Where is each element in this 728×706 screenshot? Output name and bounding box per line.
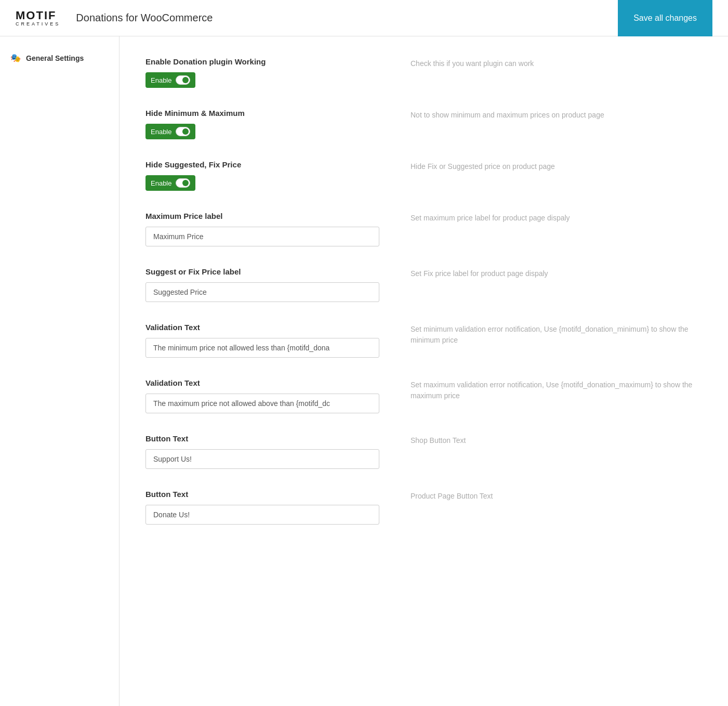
settings-row-button-product: Button Text Product Page Button Text [145,490,702,525]
save-all-changes-button[interactable]: Save all changes [618,0,712,36]
settings-row-enable-donation: Enable Donation plugin Working Enable Ch… [145,57,702,88]
settings-left: Validation Text [145,378,379,413]
main-content: Enable Donation plugin Working Enable Ch… [120,36,728,706]
toggle-switch-enable-donation [176,75,190,85]
field-label-validation-max: Validation Text [145,378,379,387]
settings-desc-enable-donation: Check this if you want plugin can work [379,57,702,69]
settings-desc-suggest-fix: Set Fix price label for product page dis… [379,267,702,279]
toggle-label-enable-donation: Enable [151,76,171,84]
field-label-button-shop: Button Text [145,434,379,443]
settings-row-suggest-fix-label: Suggest or Fix Price label Set Fix price… [145,267,702,302]
sidebar: 🎭 General Settings [0,36,120,706]
field-label-suggest-fix: Suggest or Fix Price label [145,267,379,276]
field-label-max-price: Maximum Price label [145,212,379,220]
logo: MOTIF CREATIVES [16,10,60,27]
toggle-label-hide-min-max: Enable [151,128,171,136]
settings-left: Enable Donation plugin Working Enable [145,57,379,88]
settings-left: Button Text [145,490,379,525]
toggle-enable-donation[interactable]: Enable [145,72,195,88]
settings-desc-hide-suggested: Hide Fix or Suggested price on product p… [379,160,702,172]
toggle-label-hide-suggested: Enable [151,179,171,187]
page-title: Donations for WooCommerce [60,12,618,24]
settings-row-button-shop: Button Text Shop Button Text [145,434,702,469]
suggest-fix-label-input[interactable] [145,282,379,302]
settings-row-hide-min-max: Hide Minimum & Maximum Enable Not to sho… [145,109,702,139]
logo-sub: CREATIVES [16,21,60,27]
header: MOTIF CREATIVES Donations for WooCommerc… [0,0,728,36]
settings-desc-hide-min-max: Not to show minimum and maximum prices o… [379,109,702,121]
settings-row-validation-max: Validation Text Set maximum validation e… [145,378,702,413]
settings-row-validation-min: Validation Text Set minimum validation e… [145,323,702,358]
settings-left: Validation Text [145,323,379,358]
settings-desc-validation-min: Set minimum validation error notificatio… [379,323,702,346]
settings-row-max-price-label: Maximum Price label Set maximum price la… [145,212,702,246]
sidebar-item-label: General Settings [26,54,84,62]
field-label-button-product: Button Text [145,490,379,499]
button-product-input[interactable] [145,505,379,525]
button-shop-input[interactable] [145,449,379,469]
layout: 🎭 General Settings Enable Donation plugi… [0,36,728,706]
settings-desc-max-price: Set maximum price label for product page… [379,212,702,224]
field-label-hide-min-max: Hide Minimum & Maximum [145,109,379,117]
field-label-validation-min: Validation Text [145,323,379,332]
validation-max-input[interactable] [145,394,379,413]
settings-desc-button-shop: Shop Button Text [379,434,702,446]
settings-desc-validation-max: Set maximum validation error notificatio… [379,378,702,401]
logo-main: MOTIF [16,9,56,22]
toggle-switch-hide-min-max [176,127,190,136]
sidebar-item-general-settings[interactable]: 🎭 General Settings [0,47,119,69]
toggle-hide-suggested[interactable]: Enable [145,175,195,191]
settings-row-hide-suggested: Hide Suggested, Fix Price Enable Hide Fi… [145,160,702,191]
settings-left: Hide Minimum & Maximum Enable [145,109,379,139]
field-label-enable-donation: Enable Donation plugin Working [145,57,379,66]
max-price-label-input[interactable] [145,227,379,246]
settings-left: Hide Suggested, Fix Price Enable [145,160,379,191]
settings-left: Maximum Price label [145,212,379,246]
settings-icon: 🎭 [10,53,21,63]
settings-desc-button-product: Product Page Button Text [379,490,702,502]
settings-left: Button Text [145,434,379,469]
toggle-hide-min-max[interactable]: Enable [145,124,195,139]
validation-min-input[interactable] [145,338,379,358]
settings-left: Suggest or Fix Price label [145,267,379,302]
toggle-switch-hide-suggested [176,178,190,188]
field-label-hide-suggested: Hide Suggested, Fix Price [145,160,379,169]
